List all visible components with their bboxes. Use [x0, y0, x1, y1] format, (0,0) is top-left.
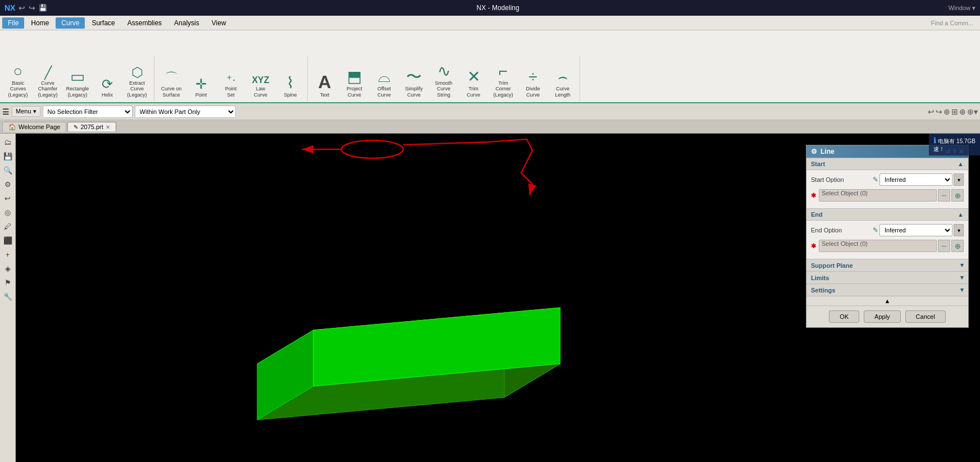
cancel-button[interactable]: Cancel [905, 310, 946, 323]
point-set-label: PointSet [225, 86, 237, 98]
extract-curve-button[interactable]: ⬡ Extract Curve(Legacy) [122, 56, 152, 101]
menu-surface[interactable]: Surface [86, 17, 120, 29]
scope-select[interactable]: Within Work Part Only [135, 106, 236, 118]
spine-button[interactable]: ⌇ Spine [276, 56, 305, 101]
point-button[interactable]: ✛ Point [186, 56, 216, 101]
tab-part-close-icon[interactable]: ✕ [106, 124, 110, 130]
trim-corner-button[interactable]: ⌐ Trim Corner(Legacy) [489, 56, 518, 101]
viewport[interactable]: ℹ 电脑有 15.7GB速！ ⚙ Line ↺ ? ✕ Start ▲ [16, 134, 980, 462]
start-option-select[interactable]: Inferred [879, 173, 952, 186]
sidebar-icon-8[interactable]: ⬛ [2, 234, 14, 246]
extract-curve-icon: ⬡ [131, 66, 143, 79]
point-set-button[interactable]: ⁺· PointSet [216, 56, 245, 101]
ribbon-group-curve-tools: ⌒ Curve onSurface ✛ Point ⁺· PointSet XY… [157, 56, 308, 101]
limits-section[interactable]: Limits ▾ [806, 271, 968, 283]
curve-length-label: CurveLength [555, 86, 571, 98]
simplify-curve-button[interactable]: 〜 SimplifyCurve [399, 56, 429, 101]
end-select-input[interactable]: Select Object (0) [819, 240, 937, 252]
curve-chamfer-button[interactable]: ╱ Curve Chamfer(Legacy) [33, 56, 62, 101]
menu-analysis[interactable]: Analysis [168, 17, 205, 29]
smooth-curve-string-button[interactable]: ∿ SmoothCurve String [429, 56, 458, 101]
ribbon-group-legacy: ○ Basic Curves(Legacy) ╱ Curve Chamfer(L… [3, 56, 154, 101]
trim-curve-button[interactable]: ✕ TrimCurve [459, 56, 488, 101]
start-option-dropdown[interactable]: ▾ [954, 173, 964, 186]
divide-curve-button[interactable]: ÷ DivideCurve [518, 56, 548, 101]
sidebar-icon-4[interactable]: ⚙ [2, 178, 14, 190]
start-select-input[interactable]: Select Object (0) [819, 189, 937, 202]
sidebar-icon-10[interactable]: ◈ [2, 262, 14, 275]
title-bar: NX ↩ ↪ 💾 NX - Modeling Window ▾ [0, 0, 980, 16]
sidebar-icon-1[interactable]: 🗂 [2, 136, 14, 148]
toolbar-icon-2[interactable]: ↪ [936, 107, 942, 116]
offset-curve-button[interactable]: ⌓ OffsetCurve [370, 56, 399, 101]
start-option-icon: ✎ [873, 176, 878, 184]
sidebar-icon-9[interactable]: + [2, 248, 14, 260]
find-command-input[interactable]: Find a Comm... [927, 20, 978, 26]
smooth-curve-string-icon: ∿ [437, 63, 450, 79]
ribbon: ○ Basic Curves(Legacy) ╱ Curve Chamfer(L… [0, 30, 980, 103]
toolbar-icon-4[interactable]: ⊞ [951, 107, 958, 116]
support-plane-section[interactable]: Support Plane ▾ [806, 259, 968, 271]
curve-length-button[interactable]: ⌢ CurveLength [548, 56, 577, 101]
toolbar-icon-3[interactable]: ⊕ [943, 107, 950, 116]
sidebar-icon-5[interactable]: ↩ [2, 192, 14, 204]
start-section-header[interactable]: Start ▲ [806, 158, 968, 170]
sidebar-icon-6[interactable]: ◎ [2, 206, 14, 218]
window-menu[interactable]: Window ▾ [949, 4, 976, 12]
ribbon-group-edit: A Text ⬒ ProjectCurve ⌓ OffsetCurve 〜 Si… [310, 56, 580, 101]
menu-file[interactable]: File [2, 17, 24, 29]
save-icon[interactable]: 💾 [39, 4, 47, 12]
end-section-header[interactable]: End ▲ [806, 208, 968, 221]
toolbar-icon-1[interactable]: ↩ [928, 107, 935, 116]
apply-button[interactable]: Apply [864, 310, 901, 323]
redo-icon[interactable]: ↪ [29, 3, 35, 12]
sidebar-icon-11[interactable]: ⚑ [2, 276, 14, 289]
undo-icon[interactable]: ↩ [19, 3, 25, 12]
dialog-title-label: Line [821, 148, 835, 155]
start-option-row: Start Option ✎ Inferred ▾ [811, 173, 964, 186]
info-text: 电脑有 15.7GB速！ [933, 138, 976, 152]
menu-home[interactable]: Home [25, 17, 54, 29]
ok-button[interactable]: OK [829, 310, 859, 323]
tabs-bar: 🏠 Welcome Page ✎ 2075.prt ✕ [0, 120, 980, 134]
sidebar-icon-12[interactable]: 🔧 [2, 290, 14, 303]
sidebar-icon-3[interactable]: 🔍 [2, 164, 14, 176]
start-section-label: Start [811, 161, 825, 167]
end-option-select[interactable]: Inferred [879, 224, 952, 236]
simplify-curve-label: SimplifyCurve [405, 86, 423, 98]
selection-filter-select[interactable]: No Selection Filter [43, 106, 133, 118]
toolbar-icon-6[interactable]: ⊕▾ [967, 107, 978, 116]
end-option-dropdown[interactable]: ▾ [954, 224, 964, 236]
end-select-object-row: ✱ Select Object (0) ··· ⊕ [811, 240, 964, 252]
end-section-content: End Option ✎ Inferred ▾ ✱ Select Object … [806, 221, 968, 259]
menu-curve[interactable]: Curve [56, 17, 85, 29]
law-curve-button[interactable]: XYZ LawCurve [246, 56, 275, 101]
svg-line-8 [530, 184, 532, 195]
tab-welcome[interactable]: 🏠 Welcome Page [2, 122, 66, 132]
menu-button[interactable]: Menu ▾ [12, 106, 40, 117]
start-section-chevron: ▲ [958, 161, 964, 167]
sidebar-icon-7[interactable]: 🖊 [2, 220, 14, 232]
dialog-gear-icon: ⚙ [811, 148, 817, 155]
point-icon: ✛ [195, 77, 207, 91]
start-target-button[interactable]: ⊕ [951, 189, 964, 202]
project-curve-button[interactable]: ⬒ ProjectCurve [340, 56, 369, 101]
menu-view[interactable]: View [206, 17, 232, 29]
end-target-button[interactable]: ⊕ [951, 240, 964, 252]
app-logo: NX [4, 3, 15, 12]
settings-section[interactable]: Settings ▾ [806, 283, 968, 296]
helix-button[interactable]: ⟳ Helix [93, 56, 122, 101]
end-dots-button[interactable]: ··· [938, 240, 950, 252]
scroll-up-icon[interactable]: ▲ [885, 298, 891, 304]
basic-curves-button[interactable]: ○ Basic Curves(Legacy) [3, 56, 33, 101]
sidebar-toggle-icon[interactable]: ☰ [2, 107, 10, 116]
start-dots-button[interactable]: ··· [938, 189, 950, 202]
sidebar-icon-2[interactable]: 💾 [2, 150, 14, 162]
menu-assemblies[interactable]: Assemblies [122, 17, 167, 29]
curve-on-surface-button[interactable]: ⌒ Curve onSurface [157, 56, 186, 101]
tab-part[interactable]: ✎ 2075.prt ✕ [67, 122, 116, 131]
rectangle-label: Rectangle(Legacy) [66, 86, 89, 98]
toolbar-icon-5[interactable]: ⊕ [959, 107, 966, 116]
rectangle-button[interactable]: ▭ Rectangle(Legacy) [63, 56, 92, 101]
text-button[interactable]: A Text [310, 56, 339, 101]
